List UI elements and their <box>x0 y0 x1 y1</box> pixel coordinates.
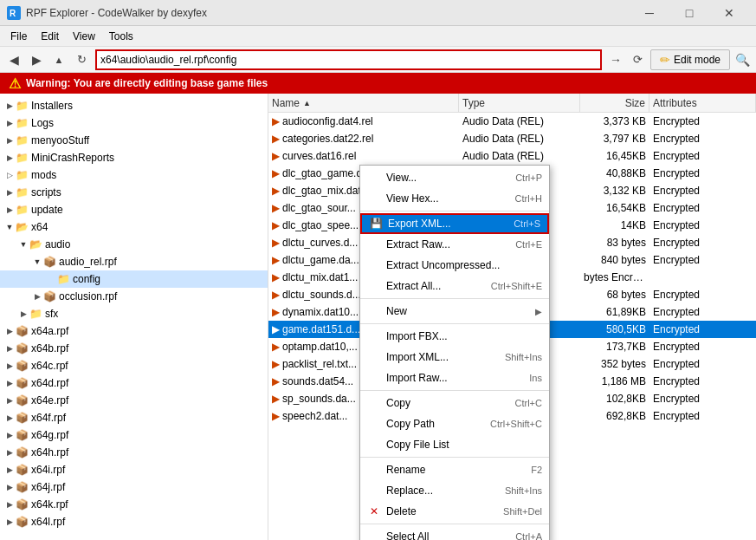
file-row[interactable]: ▶curves.dat16.rel Audio Data (REL) 16,45… <box>268 147 756 165</box>
ctx-copy-file-list[interactable]: Copy File List <box>360 434 549 455</box>
forward-button[interactable]: ▶ <box>26 49 47 70</box>
file-icon: ▶ <box>272 150 280 162</box>
ctx-label: Replace... <box>386 485 500 497</box>
tree-item-occlusion-rpf[interactable]: ▶ 📦 occlusion.rpf <box>0 288 268 305</box>
tree-label: x64l.rpf <box>31 516 65 528</box>
col-attr-label: Attributes <box>653 97 697 109</box>
file-icon: ▶ <box>272 271 280 283</box>
menu-bar: File Edit View Tools <box>0 26 756 47</box>
col-header-attributes[interactable]: Attributes <box>649 94 756 112</box>
tree-item-x64f-rpf[interactable]: ▶ 📦 x64f.rpf <box>0 409 268 426</box>
ctx-select-all[interactable]: Select All Ctrl+A <box>360 526 549 540</box>
col-header-size[interactable]: Size <box>580 94 649 112</box>
minimize-button[interactable]: ─ <box>630 0 669 26</box>
ctx-separator <box>360 524 549 524</box>
tree-item-x64a-rpf[interactable]: ▶ 📦 x64a.rpf <box>0 322 268 340</box>
ctx-label: Copy Path <box>386 418 485 430</box>
tree-item-audio-rel-rpf[interactable]: ▼ 📦 audio_rel.rpf <box>0 253 268 270</box>
folder-icon: 📁 <box>57 273 70 285</box>
file-cell-size: 352 bytes <box>580 358 649 370</box>
tree-item-menyoostuff[interactable]: ▶ 📁 menyooStuff <box>0 132 268 149</box>
search-button[interactable]: 🔍 <box>732 49 753 70</box>
col-header-type[interactable]: Type <box>459 94 580 112</box>
address-input[interactable] <box>97 54 600 66</box>
file-icon: ▶ <box>272 393 280 405</box>
expand-arrow: ▼ <box>17 240 29 249</box>
tree-item-x64k-rpf[interactable]: ▶ 📦 x64k.rpf <box>0 496 268 513</box>
back-button[interactable]: ◀ <box>3 49 24 70</box>
ctx-import-fbx[interactable]: Import FBX... <box>360 326 549 347</box>
up-button[interactable]: ▲ <box>48 49 69 70</box>
file-cell-type: Audio Data (REL) <box>459 115 580 127</box>
tree-panel: ▶ 📁 Installers ▶ 📁 Logs ▶ 📁 menyooStuff … <box>0 94 268 540</box>
file-cell-size: 580,5KB <box>580 323 649 335</box>
ctx-rename[interactable]: Rename F2 <box>360 459 549 480</box>
ctx-extract-all[interactable]: Extract All... Ctrl+Shift+E <box>360 276 549 296</box>
tree-item-installers[interactable]: ▶ 📁 Installers <box>0 97 268 114</box>
ctx-export-xml[interactable]: 💾 Export XML... Ctrl+S <box>360 213 549 234</box>
expand-arrow: ▶ <box>3 448 16 457</box>
ctx-delete[interactable]: ✕ Delete Shift+Del <box>360 501 549 522</box>
tree-item-x64d-rpf[interactable]: ▶ 📦 x64d.rpf <box>0 374 268 392</box>
ctx-copy-path[interactable]: Copy Path Ctrl+Shift+C <box>360 413 549 434</box>
ctx-extract-raw[interactable]: Extract Raw... Ctrl+E <box>360 234 549 255</box>
expand-arrow: ▶ <box>3 483 16 491</box>
tree-item-scripts[interactable]: ▶ 📁 scripts <box>0 184 268 201</box>
expand-arrow: ▼ <box>3 223 16 231</box>
tree-item-minicrashreports[interactable]: ▶ 📁 MiniCrashReports <box>0 149 268 166</box>
tree-item-x64l-rpf[interactable]: ▶ 📦 x64l.rpf <box>0 513 268 530</box>
ctx-import-raw[interactable]: Import Raw... Ins <box>360 368 549 388</box>
tree-item-mods[interactable]: ▷ 📁 mods <box>0 166 268 184</box>
rpf-icon: 📦 <box>43 256 56 268</box>
expand-arrow: ▶ <box>3 431 16 439</box>
ctx-shortcut: Shift+Ins <box>505 485 542 496</box>
ctx-extract-uncompressed[interactable]: Extract Uncompressed... <box>360 255 549 276</box>
reload-button[interactable]: ⟳ <box>628 49 649 70</box>
tree-item-x64e-rpf[interactable]: ▶ 📦 x64e.rpf <box>0 392 268 409</box>
tree-item-x64c-rpf[interactable]: ▶ 📦 x64c.rpf <box>0 357 268 374</box>
maximize-button[interactable]: □ <box>669 0 709 26</box>
ctx-label: Import FBX... <box>386 330 537 342</box>
file-icon: ▶ <box>272 167 280 179</box>
menu-tools[interactable]: Tools <box>102 29 140 44</box>
file-icon: ▶ <box>272 219 280 231</box>
menu-view[interactable]: View <box>66 29 102 44</box>
tree-item-audio[interactable]: ▼ 📂 audio <box>0 236 268 253</box>
ctx-copy[interactable]: Copy Ctrl+C <box>360 393 549 413</box>
ctx-import-xml[interactable]: Import XML... Shift+Ins <box>360 347 549 368</box>
tree-item-x64i-rpf[interactable]: ▶ 📦 x64i.rpf <box>0 461 268 478</box>
close-button[interactable]: ✕ <box>709 0 749 26</box>
ctx-shortcut: Ctrl+Shift+C <box>490 419 542 429</box>
tree-item-x64[interactable]: ▼ 📂 x64 <box>0 218 268 236</box>
menu-file[interactable]: File <box>3 29 34 44</box>
tree-item-x64g-rpf[interactable]: ▶ 📦 x64g.rpf <box>0 426 268 444</box>
tree-items-container: ▶ 📁 Installers ▶ 📁 Logs ▶ 📁 menyooStuff … <box>0 94 268 534</box>
go-button[interactable]: → <box>605 49 626 70</box>
file-cell-attr: Encrypted <box>649 167 756 179</box>
tree-label: audio_rel.rpf <box>59 256 117 268</box>
tree-item-config[interactable]: 📁 config <box>0 270 268 288</box>
file-row[interactable]: ▶categories.dat22.rel Audio Data (REL) 3… <box>268 130 756 147</box>
file-icon: ▶ <box>272 358 280 370</box>
file-icon: ▶ <box>272 133 280 145</box>
tree-item-logs[interactable]: ▶ 📁 Logs <box>0 114 268 132</box>
ctx-view[interactable]: View... Ctrl+P <box>360 167 549 188</box>
file-cell-attr: Encrypted <box>649 410 756 422</box>
ctx-replace[interactable]: Replace... Shift+Ins <box>360 480 549 501</box>
refresh-button[interactable]: ↻ <box>71 49 92 70</box>
window-controls: ─ □ ✕ <box>630 0 749 26</box>
tree-item-update[interactable]: ▶ 📁 update <box>0 201 268 218</box>
ctx-shortcut: F2 <box>531 465 542 475</box>
file-row[interactable]: ▶audioconfig.dat4.rel Audio Data (REL) 3… <box>268 113 756 130</box>
folder-icon: 📁 <box>16 100 29 112</box>
col-header-name[interactable]: Name ▲ <box>268 94 459 112</box>
menu-edit[interactable]: Edit <box>34 29 66 44</box>
ctx-new[interactable]: New ▶ <box>360 301 549 322</box>
tree-item-x64b-rpf[interactable]: ▶ 📦 x64b.rpf <box>0 340 268 357</box>
edit-mode-button[interactable]: ✏ Edit mode <box>650 49 730 70</box>
tree-item-x64h-rpf[interactable]: ▶ 📦 x64h.rpf <box>0 444 268 461</box>
file-icon: ▶ <box>272 375 280 387</box>
tree-item-x64j-rpf[interactable]: ▶ 📦 x64j.rpf <box>0 478 268 496</box>
tree-item-sfx[interactable]: ▶ 📁 sfx <box>0 305 268 322</box>
ctx-view-hex[interactable]: View Hex... Ctrl+H <box>360 188 549 209</box>
